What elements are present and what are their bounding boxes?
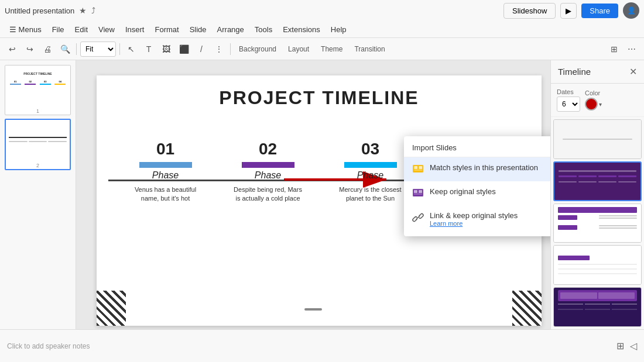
undo-button[interactable]: ↩ [5, 42, 20, 57]
redo-button[interactable]: ↪ [22, 42, 37, 57]
import-option-link[interactable]: Link & keep original styles Learn more [404, 205, 550, 233]
panel-thumb-1[interactable] [553, 119, 642, 159]
line-button[interactable]: / [194, 42, 209, 57]
speaker-notes-placeholder[interactable]: Click to add speaker notes [7, 342, 90, 350]
image-button[interactable]: 🖼 [159, 42, 174, 57]
menu-insert[interactable]: Insert [121, 23, 149, 36]
transition-button[interactable]: Transition [350, 42, 389, 57]
avatar[interactable]: 👤 [623, 2, 639, 19]
zoom-select[interactable]: Fit 50% 75% 100% [80, 42, 116, 57]
star-icon[interactable]: ★ [79, 6, 87, 15]
menu-tools[interactable]: Tools [250, 23, 277, 36]
view-mode-button[interactable]: ⋯ [624, 42, 639, 57]
thumb1-title: PROJECT TIMELINE [9, 72, 67, 75]
menu-help[interactable]: Help [326, 23, 351, 36]
panel-thumb-3[interactable] [553, 204, 642, 243]
color-swatch[interactable] [585, 98, 598, 111]
phase3-label: Phase [357, 170, 383, 181]
panel-thumb-4[interactable] [553, 245, 642, 285]
phase2-label: Phase [255, 170, 281, 181]
phase1-desc: Venus has a beautiful name, but it's hot [131, 185, 201, 204]
app-title: Untitled presentation [5, 6, 74, 15]
modal-title: Import Slides [404, 136, 550, 157]
menu-file[interactable]: File [47, 23, 69, 36]
layout-button[interactable]: Layout [283, 42, 314, 57]
arrange-mode-button[interactable]: ⊞ [607, 42, 622, 57]
menu-format[interactable]: Format [150, 23, 183, 36]
more-button[interactable]: ⋮ [211, 42, 227, 57]
link-option-text: Link & keep original styles Learn more [430, 211, 518, 227]
import-option-match[interactable]: Match styles in this presentation [404, 157, 550, 181]
stripe-right-decoration [512, 291, 542, 326]
timeline-panel: Timeline ✕ Dates 6 4 8 Color ▾ [550, 60, 644, 329]
match-option-text: Match styles in this presentation [430, 163, 538, 172]
color-dropdown-arrow[interactable]: ▾ [599, 101, 602, 108]
dates-select[interactable]: 6 4 8 [557, 96, 580, 112]
phase3-number: 03 [361, 140, 379, 158]
separator3 [230, 43, 231, 55]
present-button[interactable]: ▶ [560, 3, 577, 19]
phase2-bar [242, 162, 294, 168]
cursor-button[interactable]: ↖ [124, 42, 139, 57]
panel-thumb-5[interactable] [553, 287, 642, 327]
phase3-desc: Mercury is the closest planet to the Sun [335, 185, 406, 204]
slide-num-2: 2 [6, 162, 70, 169]
share-button[interactable]: Share [581, 4, 618, 18]
shape-button[interactable]: ⬛ [176, 42, 191, 57]
bottom-bar: Click to add speaker notes ⊞ ◁ [0, 329, 644, 362]
slideshow-button[interactable]: Slideshow [503, 3, 556, 19]
svg-rect-4 [419, 166, 422, 169]
slide-num-1: 1 [5, 108, 70, 115]
panel-title: Timeline [558, 67, 591, 77]
keep-option-text: Keep original styles [430, 187, 496, 196]
match-option-label: Match styles in this presentation [430, 163, 538, 172]
print-button[interactable]: 🖨 [40, 42, 55, 57]
dates-label: Dates [557, 88, 580, 95]
menu-menus[interactable]: ☰ Menus [5, 23, 46, 36]
slide-thumb-2[interactable]: 2 [5, 119, 71, 170]
keep-option-label: Keep original styles [430, 187, 496, 196]
menu-slide[interactable]: Slide [185, 23, 211, 36]
panel-thumbnails [551, 117, 644, 329]
title-bar: Untitled presentation ★ ⤴ Slideshow ▶ Sh… [0, 0, 644, 21]
stripe-left-decoration [97, 291, 126, 326]
version-icon[interactable]: ⤴ [91, 6, 95, 15]
search-button[interactable]: 🔍 [57, 42, 73, 57]
separator2 [119, 43, 120, 55]
menu-view[interactable]: View [94, 23, 119, 36]
slides-keep-icon [412, 188, 424, 199]
panel-header: Timeline ✕ [551, 60, 644, 84]
phase1-bar [139, 162, 192, 168]
import-option-keep[interactable]: Keep original styles [404, 181, 550, 205]
theme-button[interactable]: Theme [316, 42, 347, 57]
svg-rect-9 [414, 194, 422, 195]
phase2-number: 02 [259, 140, 277, 158]
menu-arrange[interactable]: Arrange [213, 23, 249, 36]
color-label: Color [585, 89, 602, 96]
background-button[interactable]: Background [234, 42, 281, 57]
grid-view-button[interactable]: ⊞ [616, 340, 624, 351]
toolbar: ↩ ↪ 🖨 🔍 Fit 50% 75% 100% ↖ T 🖼 ⬛ / ⋮ Bac… [0, 37, 644, 60]
panel-close-button[interactable]: ✕ [629, 66, 637, 77]
link-option-label: Link & keep original styles [430, 211, 518, 220]
filmstrip-button[interactable]: ◁ [630, 340, 637, 351]
svg-rect-8 [419, 190, 422, 193]
phase3-bar [344, 162, 397, 168]
main-area: PROJECT TIMELINE 01 02 03 [0, 60, 644, 329]
slides-match-icon [412, 164, 424, 175]
menu-extensions[interactable]: Extensions [278, 23, 325, 36]
learn-more-link[interactable]: Learn more [430, 220, 518, 227]
slide-title[interactable]: PROJECT TIMELINE [97, 87, 542, 109]
top-bar: Untitled presentation ★ ⤴ Slideshow ▶ Sh… [0, 0, 644, 60]
phase-col-2: 02 Phase Despite being red, Mars is actu… [221, 140, 315, 204]
panel-controls: Dates 6 4 8 Color ▾ [551, 84, 644, 117]
canvas-area[interactable]: PROJECT TIMELINE 01 Phase V [76, 60, 550, 329]
phase1-label: Phase [152, 170, 179, 181]
phase-col-3: 03 Phase Mercury is the closest planet t… [324, 140, 417, 204]
panel-thumb-2[interactable] [553, 161, 642, 201]
slide-thumb-1[interactable]: PROJECT TIMELINE 01 02 03 [5, 65, 71, 115]
text-button[interactable]: T [141, 42, 156, 57]
menu-edit[interactable]: Edit [70, 23, 93, 36]
svg-rect-7 [414, 190, 417, 193]
svg-rect-5 [414, 170, 422, 171]
